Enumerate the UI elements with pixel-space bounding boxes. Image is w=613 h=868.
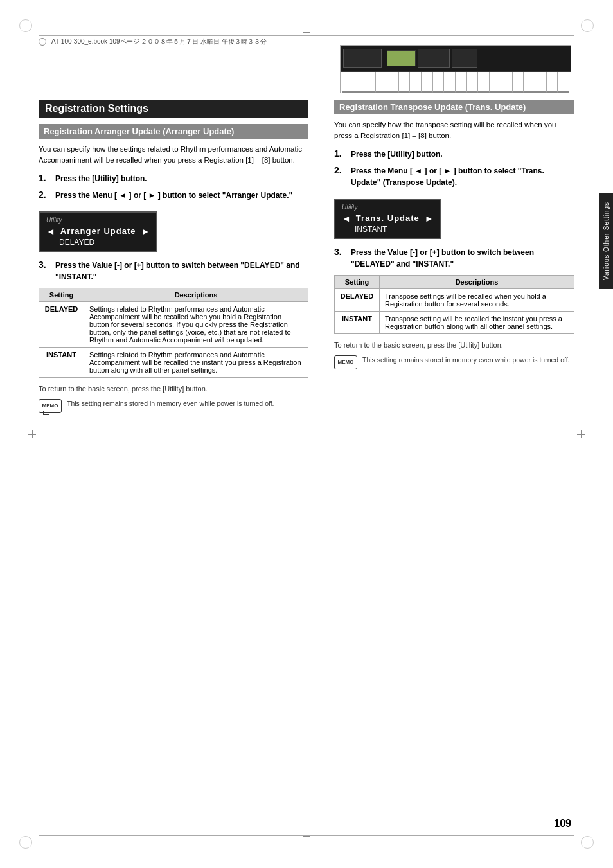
- left-lcd-header: Utility: [46, 217, 150, 224]
- white-key: [535, 72, 547, 93]
- right-memo-icon: MEMO: [334, 355, 357, 369]
- right-step-2-num: 2.: [334, 165, 348, 175]
- right-step-1-num: 1.: [334, 148, 348, 159]
- cross-bottom: [303, 832, 310, 840]
- right-setting-instant: INSTANT: [335, 311, 380, 333]
- left-lcd-row: ◄ Arranger Update ►: [46, 226, 150, 236]
- white-key: [410, 72, 422, 93]
- corner-mark-tr: [581, 19, 594, 32]
- right-intro-text: You can specify how the transpose settin…: [334, 120, 574, 142]
- keyboard-display: [341, 46, 571, 93]
- left-setting-instant: INSTANT: [39, 347, 84, 377]
- left-table-header-desc: Descriptions: [84, 288, 308, 301]
- left-subsection-title: Registration Arranger Update (Arranger U…: [39, 124, 308, 139]
- table-row: INSTANT Transpose setting will be recall…: [335, 311, 574, 333]
- kb-panel-2: [418, 49, 450, 68]
- right-lcd-text: Trans. Update: [356, 213, 420, 223]
- right-step-1: 1. Press the [Utility] button.: [334, 148, 574, 160]
- cross-right: [577, 430, 585, 438]
- kb-panel-1: [343, 49, 382, 68]
- right-note: To return to the basic screen, press the…: [334, 341, 574, 350]
- right-desc-delayed: Transpose settings will be recalled when…: [380, 288, 574, 311]
- page-number: 109: [554, 818, 571, 829]
- left-memo-box: MEMO This setting remains stored in memo…: [39, 399, 308, 413]
- left-lcd-arrow-left: ◄: [46, 226, 55, 236]
- left-table-header-setting: Setting: [39, 288, 84, 301]
- white-key: [513, 72, 524, 93]
- left-step-2-num: 2.: [39, 190, 53, 200]
- white-key: [376, 72, 387, 93]
- left-lcd-box: Utility ◄ Arranger Update ► DELAYED: [39, 211, 157, 252]
- right-lcd-value: INSTANT: [342, 225, 434, 234]
- left-step-3-num: 3.: [39, 260, 53, 270]
- right-memo-text: This setting remains stored in memory ev…: [362, 355, 570, 365]
- header-text: AT-100-300_e.book 109ページ ２００８年５月７日 水曜日 午…: [51, 37, 267, 46]
- table-row: INSTANT Settings related to Rhythm perfo…: [39, 347, 308, 377]
- keyboard-keys: [341, 71, 571, 93]
- left-memo-icon: MEMO: [39, 399, 62, 413]
- white-key: [478, 72, 490, 93]
- left-lcd-value: DELAYED: [46, 238, 150, 247]
- white-key: [490, 72, 501, 93]
- left-step-2: 2. Press the Menu [ ◄ ] or [ ► ] button …: [39, 190, 308, 201]
- corner-mark-br: [581, 836, 594, 849]
- corner-mark-tl: [19, 19, 32, 32]
- white-key: [422, 72, 433, 93]
- left-step-3: 3. Press the Value [-] or [+] button to …: [39, 260, 308, 283]
- right-desc-instant: Transpose setting will be recalled the i…: [380, 311, 574, 333]
- right-step-2-text: Press the Menu [ ◄ ] or [ ► ] button to …: [351, 165, 574, 188]
- right-step-3-text: Press the Value [-] or [+] button to swi…: [351, 247, 574, 270]
- left-intro-text: You can specify how the settings related…: [39, 144, 308, 166]
- left-step-1-text: Press the [Utility] button.: [55, 173, 147, 184]
- bottom-line: [39, 835, 574, 836]
- left-memo-text: This setting remains stored in memory ev…: [67, 399, 274, 409]
- section-title: Registration Settings: [39, 100, 308, 118]
- table-row: DELAYED Transpose settings will be recal…: [335, 288, 574, 311]
- left-column: Registration Settings Registration Arran…: [39, 100, 308, 413]
- right-column: Registration Transpose Update (Trans. Up…: [334, 100, 574, 369]
- right-step-3: 3. Press the Value [-] or [+] button to …: [334, 247, 574, 270]
- white-key: [547, 72, 558, 93]
- left-settings-table: Setting Descriptions DELAYED Settings re…: [39, 288, 308, 378]
- right-table-header-desc: Descriptions: [380, 275, 574, 288]
- right-step-1-text: Press the [Utility] button.: [351, 148, 443, 160]
- left-step-3-text: Press the Value [-] or [+] button to swi…: [55, 260, 308, 283]
- header-crosshair: [39, 38, 46, 46]
- white-key: [501, 72, 513, 93]
- white-key: [456, 72, 467, 93]
- kb-panel-3: [452, 49, 477, 68]
- left-desc-delayed: Settings related to Rhythm performances …: [84, 301, 308, 347]
- left-note: To return to the basic screen, press the…: [39, 384, 308, 394]
- right-lcd-arrow-right: ►: [425, 213, 434, 224]
- cross-left: [28, 430, 36, 438]
- right-step-3-num: 3.: [334, 247, 348, 257]
- right-subsection-title: Registration Transpose Update (Trans. Up…: [334, 100, 574, 114]
- white-key: [342, 72, 353, 93]
- right-setting-delayed: DELAYED: [335, 288, 380, 311]
- right-step-2: 2. Press the Menu [ ◄ ] or [ ► ] button …: [334, 165, 574, 188]
- kb-lcd: [387, 50, 416, 66]
- white-key: [433, 72, 445, 93]
- white-key: [364, 72, 376, 93]
- left-step-2-text: Press the Menu [ ◄ ] or [ ► ] button to …: [55, 190, 292, 201]
- left-lcd-text: Arranger Update: [60, 226, 136, 236]
- keyboard-top-panel: [341, 46, 571, 71]
- left-step-1-num: 1.: [39, 173, 53, 183]
- left-lcd-arrow-right: ►: [141, 226, 150, 236]
- white-key: [353, 72, 365, 93]
- left-desc-instant: Settings related to Rhythm performances …: [84, 347, 308, 377]
- side-tab: Various Other Settings: [599, 193, 613, 289]
- side-tab-label: Various Other Settings: [603, 202, 610, 280]
- right-lcd-arrow-left: ◄: [342, 213, 351, 224]
- left-step-1: 1. Press the [Utility] button.: [39, 173, 308, 184]
- right-lcd-box: Utility ◄ Trans. Update ► INSTANT: [334, 199, 441, 239]
- white-key: [467, 72, 479, 93]
- white-key: [444, 72, 456, 93]
- keyboard-image: [340, 45, 571, 93]
- right-lcd-row: ◄ Trans. Update ►: [342, 213, 434, 224]
- white-key: [399, 72, 411, 93]
- white-key: [524, 72, 535, 93]
- white-key: [387, 72, 399, 93]
- right-table-header-setting: Setting: [335, 275, 380, 288]
- right-lcd-header: Utility: [342, 204, 434, 211]
